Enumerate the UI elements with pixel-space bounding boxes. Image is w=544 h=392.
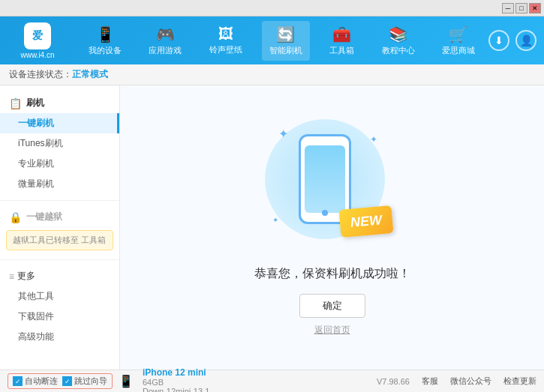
store-label: 爱思商城	[442, 45, 475, 56]
flash-header-label: 刷机	[26, 97, 44, 109]
back-link[interactable]: 返回首页	[314, 324, 350, 337]
auto-disconnect-check-box[interactable]	[13, 376, 23, 386]
status-prefix: 设备连接状态：	[9, 68, 72, 81]
nav-apps-games[interactable]: 🎮 应用游戏	[141, 21, 189, 61]
skip-wizard-check-box[interactable]	[62, 376, 72, 386]
maximize-button[interactable]: □	[515, 3, 527, 13]
store-icon: 🛒	[449, 25, 467, 43]
sidebar-divider-2	[0, 259, 119, 260]
window-controls[interactable]: ─ □ ✕	[502, 3, 541, 13]
new-badge-text: NEW	[350, 212, 383, 230]
status-bar: 设备连接状态： 正常模式	[0, 64, 544, 85]
nav-store[interactable]: 🛒 爱思商城	[434, 21, 482, 61]
logo-char: 爱	[32, 29, 43, 43]
nav-smart-flash[interactable]: 🔄 智能刷机	[262, 21, 310, 61]
circle-background: ✦ ✦ ✦ NEW	[265, 119, 385, 239]
device-storage: 64GB	[143, 378, 209, 387]
bottom-left: 自动断连 跳过向导 📱 iPhone 12 mini 64GB Down-12m…	[8, 367, 209, 393]
apps-games-label: 应用游戏	[149, 45, 182, 56]
jailbreak-warning-text: 越狱工具已转移至 工具箱	[13, 235, 106, 244]
wechat-link[interactable]: 微信公众号	[450, 376, 491, 387]
sidebar-section-jailbreak: 🔒 一键越狱 越狱工具已转移至 工具箱	[0, 204, 119, 256]
device-details: iPhone 12 mini 64GB Down-12mini-13,1	[143, 367, 209, 393]
user-button[interactable]: 👤	[515, 30, 536, 51]
close-button[interactable]: ✕	[529, 3, 541, 13]
sidebar-item-advanced[interactable]: 高级功能	[0, 327, 119, 347]
device-phone-icon: 📱	[119, 374, 134, 388]
title-bar: ─ □ ✕	[0, 0, 544, 16]
status-value: 正常模式	[72, 68, 108, 81]
my-device-label: 我的设备	[89, 45, 122, 56]
nav-bar: 📱 我的设备 🎮 应用游戏 🖼 铃声壁纸 🔄 智能刷机 🧰 工具箱 📚 教程中心…	[75, 21, 488, 61]
apps-games-icon: 🎮	[156, 25, 175, 43]
my-device-icon: 📱	[96, 25, 115, 43]
phone-screen	[305, 145, 345, 213]
success-illustration: ✦ ✦ ✦ NEW	[265, 119, 400, 254]
sidebar-jailbreak-header: 🔒 一键越狱	[0, 207, 119, 227]
nav-wallpaper[interactable]: 🖼 铃声壁纸	[202, 21, 250, 61]
header: 爱 www.i4.cn 📱 我的设备 🎮 应用游戏 🖼 铃声壁纸 🔄 智能刷机 …	[0, 16, 544, 64]
nav-tutorial[interactable]: 📚 教程中心	[374, 21, 422, 61]
sidebar-section-more: ≡ 更多 其他工具 下载固件 高级功能	[0, 263, 119, 350]
bottom-bar: 自动断连 跳过向导 📱 iPhone 12 mini 64GB Down-12m…	[0, 370, 544, 392]
new-badge: NEW	[338, 205, 393, 238]
sidebar-flash-header: 📋 刷机	[0, 93, 119, 113]
sparkle-2: ✦	[370, 134, 377, 145]
success-title: 恭喜您，保资料刷机成功啦！	[254, 266, 410, 282]
version-label: V7.98.66	[377, 377, 410, 386]
sparkle-3: ✦	[272, 216, 278, 224]
more-section-header: ≡ 更多	[0, 266, 119, 286]
phone-home-button	[322, 210, 328, 216]
skip-wizard-label: 跳过向导	[74, 376, 107, 387]
sidebar-item-download-firmware[interactable]: 下载固件	[0, 307, 119, 327]
content-area: ✦ ✦ ✦ NEW 恭喜您，保资料刷机成功啦！ 确定 返回首页	[120, 85, 544, 370]
sidebar-item-micro-flash[interactable]: 微量刷机	[0, 174, 119, 194]
logo-icon: 爱	[24, 22, 51, 49]
logo-url: www.i4.cn	[20, 51, 54, 59]
flash-header-icon: 📋	[9, 97, 22, 109]
confirm-button[interactable]: 确定	[299, 294, 365, 318]
sidebar-section-flash: 📋 刷机 一键刷机 iTunes刷机 专业刷机 微量刷机	[0, 90, 119, 197]
tutorial-icon: 📚	[389, 25, 407, 43]
logo[interactable]: 爱 www.i4.cn	[8, 22, 68, 59]
more-label: 更多	[17, 270, 35, 283]
device-name: iPhone 12 mini	[143, 367, 209, 378]
wallpaper-label: 铃声壁纸	[209, 44, 242, 55]
sidebar-item-pro-flash[interactable]: 专业刷机	[0, 154, 119, 174]
header-right: ⬇ 👤	[488, 30, 536, 51]
skip-wizard-checkbox[interactable]: 跳过向导	[62, 376, 107, 387]
auto-disconnect-checkbox[interactable]: 自动断连	[13, 376, 58, 387]
tutorial-label: 教程中心	[382, 45, 415, 56]
wallpaper-icon: 🖼	[218, 25, 233, 43]
download-button[interactable]: ⬇	[488, 30, 509, 51]
jailbreak-label: 一键越狱	[26, 211, 62, 223]
nav-toolbox[interactable]: 🧰 工具箱	[322, 21, 362, 61]
smart-flash-label: 智能刷机	[269, 45, 302, 56]
sidebar-item-other-tools[interactable]: 其他工具	[0, 286, 119, 307]
main-layout: 📋 刷机 一键刷机 iTunes刷机 专业刷机 微量刷机 🔒 一键越狱	[0, 85, 544, 370]
toolbox-label: 工具箱	[329, 45, 354, 56]
auto-disconnect-label: 自动断连	[25, 376, 58, 387]
more-icon: ≡	[9, 271, 14, 282]
checkbox-group: 自动断连 跳过向导	[8, 373, 113, 389]
sidebar: 📋 刷机 一键刷机 iTunes刷机 专业刷机 微量刷机 🔒 一键越狱	[0, 85, 120, 370]
sidebar-divider-1	[0, 200, 119, 201]
sidebar-item-one-click-flash[interactable]: 一键刷机	[0, 113, 119, 133]
bottom-right: V7.98.66 客服 微信公众号 检查更新	[377, 376, 536, 387]
jailbreak-icon: 🔒	[9, 211, 22, 223]
device-model: Down-12mini-13,1	[143, 387, 209, 393]
device-info: 📱 iPhone 12 mini 64GB Down-12mini-13,1	[119, 367, 209, 393]
sidebar-item-itunes-flash[interactable]: iTunes刷机	[0, 133, 119, 154]
sidebar-jailbreak-warning: 越狱工具已转移至 工具箱	[6, 230, 113, 250]
sparkle-1: ✦	[278, 127, 288, 141]
toolbox-icon: 🧰	[332, 25, 351, 43]
minimize-button[interactable]: ─	[502, 3, 514, 13]
nav-my-device[interactable]: 📱 我的设备	[81, 21, 129, 61]
customer-service-link[interactable]: 客服	[422, 376, 438, 387]
check-update-link[interactable]: 检查更新	[503, 376, 536, 387]
smart-flash-icon: 🔄	[276, 25, 295, 43]
